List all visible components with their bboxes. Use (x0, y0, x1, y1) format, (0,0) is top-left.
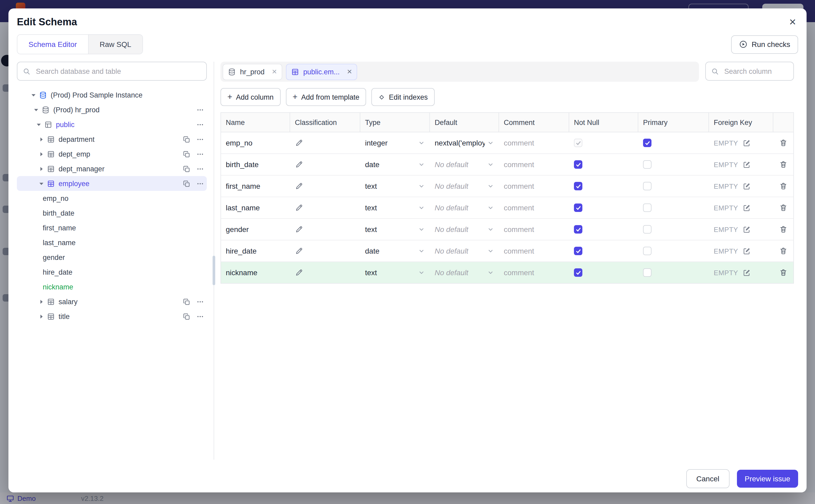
not-null-checkbox[interactable] (574, 268, 582, 277)
copy-icon[interactable] (182, 180, 190, 187)
tree-item-dept_manager[interactable]: dept_manager (17, 161, 207, 176)
edit-foreign-key-icon[interactable] (743, 161, 751, 168)
more-icon[interactable] (196, 106, 204, 114)
tree-column-gender[interactable]: gender (17, 250, 207, 265)
edit-foreign-key-icon[interactable] (743, 204, 751, 212)
column-name-cell[interactable]: last_name (221, 197, 290, 218)
chip-table-public-employee[interactable]: public.em... × (286, 64, 357, 80)
add-from-template-button[interactable]: + Add from template (286, 88, 366, 106)
tree-column-birth_date[interactable]: birth_date (17, 206, 207, 220)
more-icon[interactable] (196, 312, 204, 320)
comment-input[interactable]: comment (499, 219, 569, 240)
caret-down-icon[interactable] (32, 106, 40, 114)
primary-checkbox[interactable] (643, 225, 652, 234)
trash-icon[interactable] (779, 160, 788, 169)
preview-issue-button[interactable]: Preview issue (737, 470, 798, 488)
caret-right-icon[interactable] (37, 165, 45, 173)
close-icon[interactable]: × (347, 68, 352, 75)
edit-foreign-key-icon[interactable] (743, 269, 751, 277)
trash-icon[interactable] (779, 203, 788, 212)
primary-checkbox[interactable] (643, 182, 652, 190)
close-icon[interactable]: × (272, 68, 277, 75)
type-select[interactable]: date (360, 240, 430, 261)
tab-raw-sql[interactable]: Raw SQL (88, 35, 142, 54)
default-select[interactable]: nextval('employ (430, 132, 499, 153)
default-select[interactable]: No default (430, 219, 499, 240)
comment-input[interactable]: comment (499, 240, 569, 261)
more-icon[interactable] (196, 120, 204, 128)
not-null-checkbox[interactable] (574, 247, 582, 255)
caret-right-icon[interactable] (37, 150, 45, 158)
default-select[interactable]: No default (430, 176, 499, 197)
column-name-cell[interactable]: emp_no (221, 132, 290, 153)
run-checks-button[interactable]: Run checks (731, 35, 798, 54)
copy-icon[interactable] (182, 298, 190, 306)
edit-foreign-key-icon[interactable] (743, 182, 751, 190)
comment-input[interactable]: comment (499, 154, 569, 175)
more-icon[interactable] (196, 150, 204, 158)
more-icon[interactable] (196, 135, 204, 143)
trash-icon[interactable] (779, 268, 788, 277)
more-icon[interactable] (196, 180, 204, 187)
trash-icon[interactable] (779, 225, 788, 234)
tree-column-nickname[interactable]: nickname (17, 279, 207, 294)
tab-schema-editor[interactable]: Schema Editor (17, 35, 88, 54)
chip-database-hr-prod[interactable]: hr_prod × (223, 64, 282, 80)
pencil-icon[interactable] (295, 182, 303, 190)
pencil-icon[interactable] (295, 225, 303, 234)
column-name-cell[interactable]: nickname (221, 262, 290, 283)
pencil-icon[interactable] (295, 247, 303, 255)
tree-item-salary[interactable]: salary (17, 294, 207, 309)
caret-down-icon[interactable] (30, 91, 37, 99)
default-select[interactable]: No default (430, 240, 499, 261)
pencil-icon[interactable] (295, 160, 303, 169)
default-select[interactable]: No default (430, 262, 499, 283)
pencil-icon[interactable] (295, 139, 303, 147)
tree-item-title[interactable]: title (17, 309, 207, 324)
tree-item--prod-prod-sample-instance[interactable]: (Prod) Prod Sample Instance (17, 88, 207, 102)
column-name-cell[interactable]: first_name (221, 176, 290, 197)
comment-input[interactable]: comment (499, 197, 569, 218)
trash-icon[interactable] (779, 139, 788, 147)
tree-column-hire_date[interactable]: hire_date (17, 265, 207, 279)
column-search-input[interactable] (723, 67, 788, 76)
not-null-checkbox[interactable] (574, 203, 582, 212)
not-null-checkbox[interactable] (574, 160, 582, 169)
divider-drag-handle[interactable] (212, 256, 215, 285)
primary-checkbox[interactable] (643, 160, 652, 169)
close-icon[interactable]: × (787, 17, 798, 27)
caret-right-icon[interactable] (37, 298, 45, 306)
tree-column-last_name[interactable]: last_name (17, 235, 207, 250)
edit-foreign-key-icon[interactable] (743, 225, 751, 233)
column-name-cell[interactable]: hire_date (221, 240, 290, 261)
pencil-icon[interactable] (295, 203, 303, 212)
copy-icon[interactable] (182, 165, 190, 173)
not-null-checkbox[interactable] (574, 139, 582, 147)
default-select[interactable]: No default (430, 197, 499, 218)
edit-foreign-key-icon[interactable] (743, 247, 751, 255)
copy-icon[interactable] (182, 312, 190, 320)
not-null-checkbox[interactable] (574, 182, 582, 190)
caret-right-icon[interactable] (37, 135, 45, 143)
tree-item-dept_emp[interactable]: dept_emp (17, 147, 207, 161)
cancel-button[interactable]: Cancel (686, 469, 729, 488)
copy-icon[interactable] (182, 150, 190, 158)
type-select[interactable]: date (360, 154, 430, 175)
not-null-checkbox[interactable] (574, 225, 582, 234)
more-icon[interactable] (196, 298, 204, 306)
type-select[interactable]: text (360, 262, 430, 283)
type-select[interactable]: text (360, 219, 430, 240)
trash-icon[interactable] (779, 182, 788, 190)
primary-checkbox[interactable] (643, 139, 652, 147)
tree-item--prod-hr_prod[interactable]: (Prod) hr_prod (17, 102, 207, 117)
tree-item-public[interactable]: public (17, 117, 207, 132)
add-column-button[interactable]: + Add column (220, 88, 280, 106)
pencil-icon[interactable] (295, 268, 303, 277)
edit-indexes-button[interactable]: Edit indexes (371, 88, 435, 106)
edit-foreign-key-icon[interactable] (743, 139, 751, 147)
trash-icon[interactable] (779, 247, 788, 255)
tree-item-employee[interactable]: employee (17, 176, 207, 191)
tree-column-first_name[interactable]: first_name (17, 220, 207, 235)
primary-checkbox[interactable] (643, 268, 652, 277)
caret-down-icon[interactable] (35, 120, 43, 128)
